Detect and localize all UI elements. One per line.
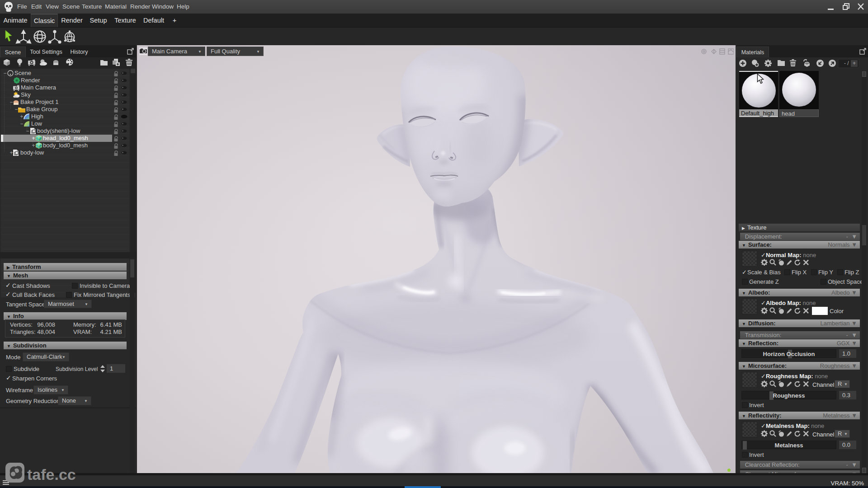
svg-text:+: + [853,60,856,66]
svg-text:tafe.cc: tafe.cc [27,466,76,483]
svg-text:- /: - / [844,60,849,66]
